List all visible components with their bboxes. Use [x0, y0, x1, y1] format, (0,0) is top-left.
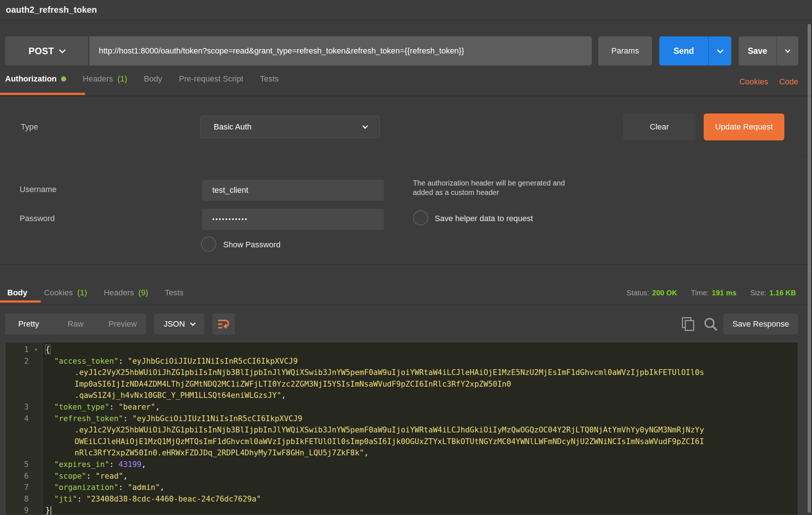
chevron-down-icon	[362, 123, 368, 129]
fold-caret-icon[interactable]: ▾	[29, 344, 43, 356]
token-str: "read"	[96, 472, 123, 480]
auth-type-dropdown[interactable]: Basic Auth	[200, 116, 380, 138]
save-helper-toggle[interactable]	[413, 210, 428, 225]
format-dropdown[interactable]: JSON	[154, 314, 204, 335]
tab-tests[interactable]: Tests	[260, 74, 278, 84]
code-line: 2"access_token": "eyJhbGciOiJIUzI1NiIsIn…	[5, 356, 798, 367]
send-label[interactable]: Send	[659, 36, 708, 65]
divider	[0, 304, 812, 304]
fold-caret-empty	[29, 413, 43, 425]
token-str: "eyJhbGciOiJIUzI1NiIsInR5cCI6IkpXVCJ9	[132, 414, 302, 423]
token-num: 43199	[118, 460, 141, 469]
request-title: oauth2_refresh_token	[6, 0, 97, 20]
fold-caret-empty	[29, 436, 43, 448]
code-link[interactable]: Code	[779, 77, 798, 87]
code-text: "expires_in": 43199,	[43, 459, 798, 471]
view-mode-raw[interactable]: Raw	[52, 314, 99, 335]
response-tab-cookies[interactable]: Cookies (1)	[44, 288, 87, 298]
response-meta: Status:200 OK Time:191 ms Size:1.16 KB	[627, 289, 796, 297]
token-pun: :	[118, 483, 128, 492]
password-field[interactable]: •••••••••••	[202, 209, 384, 230]
chevron-down-icon	[190, 320, 196, 326]
token-pun: :	[87, 472, 96, 480]
token-pun: :	[109, 460, 118, 469]
token-str: "eyJhbGciOiJIUzI1NiIsInR5cCI6IkpXVCJ9	[128, 357, 298, 366]
params-button[interactable]: Params	[598, 36, 652, 65]
username-value: test_client	[202, 185, 248, 195]
wrap-text-button[interactable]	[212, 314, 235, 335]
token-pun: ,	[155, 403, 160, 411]
save-options-button[interactable]	[776, 36, 798, 65]
url-value: http://host1:8000/oauth/token?scope=read…	[89, 46, 464, 56]
line-number: 4	[5, 413, 29, 425]
save-label[interactable]: Save	[739, 36, 776, 65]
code-line: .eyJ1c2VyX25hbWUiOiJhZG1pbiIsInNjb3BlIjp…	[5, 367, 798, 379]
token-pun: :	[118, 357, 128, 366]
code-text: "refresh_token": "eyJhbGciOiJIUzI1NiIsIn…	[43, 413, 798, 425]
active-tab-underline	[0, 300, 41, 303]
fold-caret-empty	[29, 402, 43, 413]
code-text: "access_token": "eyJhbGciOiJIUzI1NiIsInR…	[43, 356, 798, 367]
token-pun: :	[77, 495, 86, 503]
token-key: "access_token"	[54, 357, 118, 366]
response-tab-body[interactable]: Body	[7, 288, 27, 298]
auth-type-value: Basic Auth	[201, 122, 363, 132]
tab-body[interactable]: Body	[144, 74, 162, 84]
response-tabs: Body Cookies (1) Headers (9) Tests	[7, 288, 184, 298]
response-tab-headers[interactable]: Headers (9)	[104, 288, 148, 298]
send-options-button[interactable]	[708, 36, 731, 65]
code-line: .eyJ1c2VyX25hbWUiOiJhZG1pbiIsInNjb3BlIjp…	[5, 424, 798, 436]
line-number: 3	[5, 402, 29, 413]
send-button[interactable]: Send	[659, 36, 731, 65]
code-text: nRlc3RfY2xpZW50In0.eHRWxFZDJDq_2RDPL4Dhy…	[43, 447, 798, 459]
show-password-toggle[interactable]	[201, 236, 216, 252]
code-line: 8"jti": "23408d38-8cdc-4460-beac-24c76dc…	[5, 494, 798, 505]
method-dropdown[interactable]: POST	[5, 36, 89, 65]
fold-caret-empty	[29, 367, 43, 379]
token-str: "23408d38-8cdc-4460-beac-24c76dc7629a"	[87, 495, 261, 503]
cookies-link[interactable]: Cookies	[739, 77, 768, 87]
line-number	[5, 447, 29, 459]
divider	[0, 96, 812, 96]
save-response-button[interactable]: Save Response	[723, 314, 798, 335]
page-scrollbar[interactable]	[808, 24, 811, 513]
update-request-button[interactable]: Update Request	[704, 113, 784, 140]
code-line: 7"organization": "admin",	[5, 482, 798, 494]
code-text: "token_type": "bearer",	[43, 402, 798, 413]
method-label: POST	[28, 46, 54, 56]
tab-authorization[interactable]: Authorization	[5, 74, 66, 84]
title-bar: oauth2_refresh_token	[0, 0, 812, 20]
token-pun: ,	[160, 483, 165, 492]
code-text: .qawS1Z4j_h4vNx10GBC_Y_PHM1LLSQt64eniWLG…	[43, 390, 798, 402]
tab-headers[interactable]: Headers (1)	[83, 74, 127, 84]
time-badge: Time:191 ms	[691, 289, 736, 297]
response-tab-tests[interactable]: Tests	[165, 288, 183, 298]
fold-caret-empty	[29, 494, 43, 505]
token-key: "token_type"	[54, 403, 109, 411]
top-links: Cookies Code	[739, 77, 798, 87]
search-button[interactable]	[703, 316, 718, 332]
view-mode-preview[interactable]: Preview	[99, 314, 146, 335]
code-text: Imp0aSI6IjIzNDA4ZDM4LThjZGMtNDQ2MC1iZWFj…	[43, 379, 798, 390]
view-mode-pretty[interactable]: Pretty	[5, 314, 52, 335]
username-field[interactable]: test_client	[202, 180, 384, 201]
token-pun: ,	[281, 391, 286, 400]
line-number	[5, 367, 29, 379]
tab-pre-request-script[interactable]: Pre-request Script	[179, 74, 243, 84]
copy-button[interactable]	[681, 316, 696, 332]
save-helper-label: Save helper data to request	[435, 214, 533, 223]
token-key: "organization"	[54, 483, 118, 492]
url-input[interactable]: http://host1:8000/oauth/token?scope=read…	[89, 36, 592, 65]
divider	[0, 156, 812, 157]
code-line: 4"refresh_token": "eyJhbGciOiJIUzI1NiIsI…	[5, 413, 798, 425]
code-text: .eyJ1c2VyX25hbWUiOiJhZG1pbiIsInNjb3BlIjp…	[43, 424, 798, 436]
code-line: Imp0aSI6IjIzNDA4ZDM4LThjZGMtNDQ2MC1iZWFj…	[5, 379, 798, 390]
code-line: nRlc3RfY2xpZW50In0.eHRWxFZDJDq_2RDPL4Dhy…	[5, 447, 798, 459]
code-line: OWEiLCJleHAiOjE1MzQ1MjQzMTQsImF1dGhvcml0…	[5, 436, 798, 448]
code-text: "jti": "23408d38-8cdc-4460-beac-24c76dc7…	[43, 494, 798, 505]
token-key: "jti"	[54, 495, 77, 503]
response-body-viewer[interactable]: 1▾{2"access_token": "eyJhbGciOiJIUzI1NiI…	[5, 342, 798, 515]
fold-caret-empty	[29, 459, 43, 471]
save-button[interactable]: Save	[739, 36, 798, 65]
clear-button[interactable]: Clear	[623, 113, 696, 140]
